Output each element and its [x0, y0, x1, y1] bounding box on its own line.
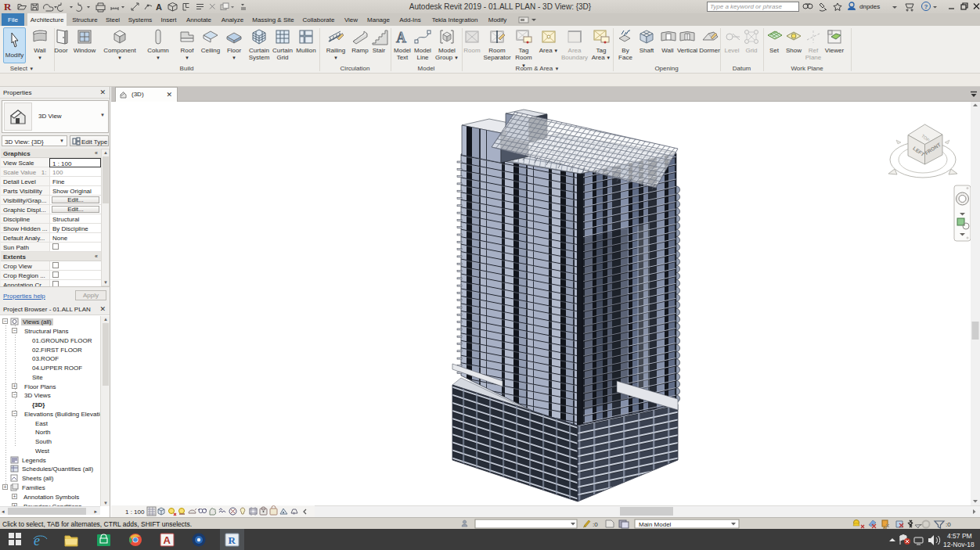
svg-text:R: R — [229, 534, 236, 546]
svg-text:Main Model: Main Model — [639, 521, 672, 528]
svg-text:A: A — [396, 30, 406, 45]
svg-text:4:57 PM: 4:57 PM — [947, 532, 972, 540]
svg-text:dnpdes: dnpdes — [859, 3, 880, 10]
svg-text:A: A — [156, 2, 162, 12]
svg-text:A: A — [164, 534, 171, 546]
svg-text:e: e — [34, 533, 40, 548]
svg-text:?: ? — [924, 3, 928, 10]
svg-text:12-Nov-18: 12-Nov-18 — [943, 541, 975, 548]
svg-text:1 : 100: 1 : 100 — [125, 509, 145, 516]
svg-text::0: :0 — [946, 521, 951, 528]
svg-text::0: :0 — [593, 521, 598, 528]
svg-text:R: R — [4, 1, 12, 13]
